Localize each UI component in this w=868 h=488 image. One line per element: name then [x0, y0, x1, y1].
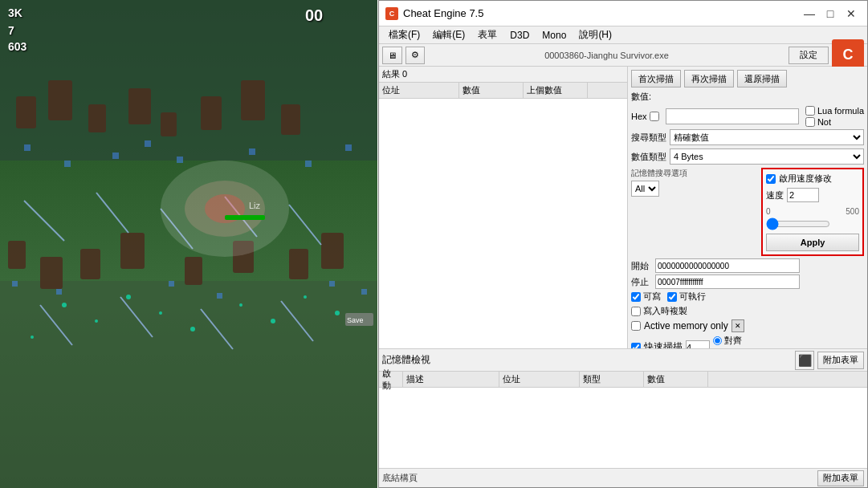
- writable-row: 可寫: [631, 291, 661, 303]
- add-to-address-button[interactable]: 附加表單: [817, 352, 864, 369]
- copy-on-write-checkbox[interactable]: [631, 307, 641, 316]
- speed-slider[interactable]: [766, 218, 830, 230]
- window-title: Cheat Engine 7.5: [403, 7, 798, 19]
- memory-options-label: 記憶體搜尋選項: [631, 168, 756, 179]
- svg-rect-2: [16, 96, 36, 128]
- col-prev-header: 上個數值: [524, 83, 588, 98]
- close-button[interactable]: ✕: [842, 6, 861, 22]
- active-memory-clear-button[interactable]: ✕: [731, 319, 744, 332]
- speed-hack-enable-row: 啟用速度修改: [766, 173, 859, 185]
- footer-base-label: 底結構頁: [382, 472, 418, 484]
- computer-icon: 🖥: [388, 51, 397, 60]
- stop-scan-button[interactable]: ⬛: [795, 351, 814, 370]
- svg-point-36: [271, 319, 275, 323]
- settings-toolbar-button[interactable]: ⚙: [405, 47, 425, 64]
- value-type-row: 數值類型 4 Bytes: [631, 148, 864, 165]
- ath-type: 類型: [580, 372, 644, 387]
- not-checkbox[interactable]: [805, 117, 815, 127]
- svg-rect-12: [80, 249, 100, 279]
- svg-rect-13: [120, 233, 145, 269]
- bottom-section: 記憶體檢視 ⬛ 附加表單 啟動 描述 位址 類型 數值 底結構頁 附加表單: [379, 348, 867, 487]
- executable-checkbox[interactable]: [667, 292, 677, 302]
- speed-input[interactable]: [787, 188, 819, 202]
- scan-buttons-row: 首次掃描 再次掃描 還原掃描: [631, 70, 864, 87]
- value-row: 數值:: [631, 91, 864, 103]
- svg-rect-40: [24, 144, 31, 151]
- value-input[interactable]: [666, 108, 799, 124]
- toolbar: 🖥 ⚙ 00003860-Jianghu Survivor.exe 設定 C: [379, 44, 867, 67]
- svg-rect-5: [128, 88, 151, 124]
- memory-scan-label: 記憶體檢視: [382, 353, 792, 367]
- writable-checkbox[interactable]: [631, 292, 641, 302]
- menu-table[interactable]: 表單: [471, 26, 503, 43]
- start-label: 開始: [631, 260, 649, 272]
- add-address-button[interactable]: 附加表單: [817, 470, 864, 486]
- svg-rect-6: [161, 112, 177, 136]
- active-memory-checkbox[interactable]: [631, 321, 641, 331]
- writable-label: 可寫: [643, 291, 661, 303]
- menu-file[interactable]: 檔案(F): [382, 26, 426, 43]
- address-table-header: 啟動 描述 位址 類型 數值: [379, 372, 867, 388]
- next-scan-button[interactable]: 再次掃描: [684, 70, 734, 87]
- slider-labels: 0 500: [766, 207, 859, 216]
- svg-rect-46: [305, 161, 312, 167]
- col-address-header: 位址: [379, 83, 459, 98]
- menu-edit[interactable]: 編輯(E): [426, 26, 471, 43]
- svg-text:Liz: Liz: [249, 201, 261, 210]
- menu-d3d[interactable]: D3D: [503, 28, 536, 43]
- menu-bar: 檔案(F) 編輯(E) 表單 D3D Mono 說明(H): [379, 26, 867, 44]
- speed-hack-checkbox[interactable]: [766, 174, 776, 184]
- lua-formula-checkbox[interactable]: [805, 106, 815, 116]
- lua-formula-label: Lua formula: [817, 106, 864, 116]
- svg-rect-16: [289, 249, 308, 279]
- value-label: 數值:: [631, 91, 651, 103]
- executable-row: 可執行: [667, 291, 706, 303]
- speed-label: 速度: [766, 189, 784, 201]
- svg-rect-45: [249, 148, 255, 155]
- menu-help[interactable]: 說明(H): [573, 26, 618, 43]
- svg-rect-49: [56, 289, 62, 295]
- results-table-header: 位址 數值 上個數值: [379, 83, 627, 99]
- svg-point-39: [31, 336, 34, 339]
- speed-value-row: 速度: [766, 188, 859, 202]
- svg-rect-17: [321, 233, 344, 269]
- open-process-button[interactable]: 🖥: [382, 47, 402, 64]
- stop-address-input[interactable]: [655, 274, 800, 289]
- value-type-select[interactable]: 4 Bytes: [670, 148, 864, 165]
- fast-scan-checkbox[interactable]: [631, 343, 641, 349]
- process-name: 00003860-Jianghu Survivor.exe: [428, 51, 785, 60]
- footer-bar: 底結構頁 附加表單: [379, 468, 867, 487]
- scan-type-row: 搜尋類型 精確數值: [631, 129, 864, 145]
- ath-active: 啟動: [379, 372, 403, 387]
- align-pair-radio[interactable]: [713, 336, 722, 345]
- svg-rect-44: [177, 157, 183, 163]
- fast-scan-input[interactable]: [686, 340, 710, 349]
- settings-button[interactable]: 設定: [789, 47, 829, 64]
- value-type-label: 數值類型: [631, 151, 666, 163]
- svg-point-31: [95, 319, 98, 323]
- scan-type-select[interactable]: 精確數值: [670, 129, 864, 145]
- start-addr-row: 開始: [631, 258, 864, 273]
- hex-label: Hex: [631, 112, 647, 121]
- title-bar: C Cheat Engine 7.5 — □ ✕: [379, 1, 867, 26]
- hex-checkbox[interactable]: [650, 112, 659, 121]
- undo-scan-button[interactable]: 還原掃描: [737, 70, 787, 87]
- menu-mono[interactable]: Mono: [536, 28, 573, 43]
- memory-type-select[interactable]: All: [631, 181, 659, 197]
- svg-rect-9: [281, 104, 300, 135]
- lua-formula-row: Lua formula: [805, 106, 864, 116]
- svg-rect-53: [361, 289, 367, 295]
- maximize-button[interactable]: □: [821, 6, 840, 22]
- svg-rect-50: [169, 281, 174, 287]
- start-address-input[interactable]: [655, 258, 800, 273]
- not-row: Not: [805, 117, 864, 127]
- svg-point-33: [159, 311, 162, 315]
- svg-rect-55: [225, 215, 265, 220]
- minimize-button[interactable]: —: [800, 6, 819, 22]
- svg-rect-7: [201, 96, 222, 130]
- svg-rect-8: [241, 80, 265, 120]
- apply-button[interactable]: Apply: [766, 234, 859, 251]
- app-icon: C: [385, 7, 398, 20]
- first-scan-button[interactable]: 首次掃描: [631, 70, 681, 87]
- memory-scan-bar: 記憶體檢視 ⬛ 附加表單: [379, 349, 867, 372]
